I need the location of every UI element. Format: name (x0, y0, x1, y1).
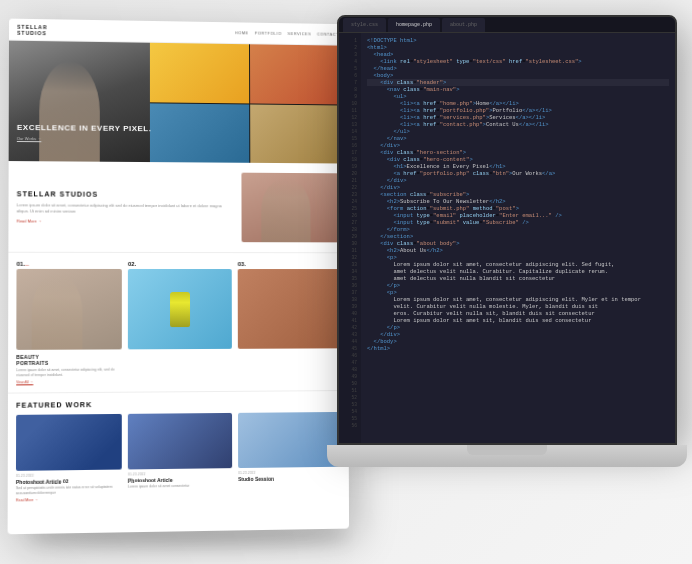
hero-heading: EXCELLENCE IN EVERY PIXEL. (17, 123, 152, 134)
nav-home: HOME (235, 30, 249, 35)
code-line-6: <body> (367, 72, 669, 79)
code-line-12: <li><a href="services.php">Services</a><… (367, 114, 669, 121)
code-line-33: Lorem ipsum dolor sit amet, consectetur … (367, 261, 669, 268)
stellar-title: STELLAR STUDIOS (17, 190, 234, 198)
code-line-1: <!DOCTYPE html> (367, 37, 669, 44)
featured-grid: 01.23.2022 Photoshoot Article 02 Sed ut … (16, 412, 341, 502)
code-line-45: </html> (367, 345, 669, 352)
code-line-7: <div class="header"> (367, 79, 669, 86)
code-line-38: Lorem ipsum dolor sit amet, consectetur … (367, 296, 669, 303)
editor-tabs: style.css homepage.php about.php (339, 17, 675, 33)
scene: STELLARSTUDIOS HOME PORTFOLIO SERVICES C… (0, 0, 692, 564)
featured-item-3: 01.23.2022 Studio Session (238, 412, 341, 499)
code-line-20: <a href="portfolio.php" class="btn">Our … (367, 170, 669, 177)
code-line-11: <li><a href="portfolio.php">Portfolio</a… (367, 107, 669, 114)
code-line-8: <nav class="main-nav"> (367, 86, 669, 93)
featured-image-1 (16, 414, 122, 471)
code-line-4: <link rel="stylesheet" type="text/css" h… (367, 58, 669, 65)
code-line-40: eros. Curabitur velit nulla sit, blandit… (367, 310, 669, 317)
code-line-25: <form action="submit.php" method="post"> (367, 205, 669, 212)
portfolio-num-03: 03. (238, 261, 340, 267)
code-line-18: <div class="hero-content"> (367, 156, 669, 163)
hero-section: EXCELLENCE IN EVERY PIXEL. Our Works → (9, 41, 348, 164)
code-line-24: <h2>Subscribe To Our Newsletter</h2> (367, 198, 669, 205)
code-line-14: </ul> (367, 128, 669, 135)
tab-homepage-php[interactable]: homepage.php (388, 18, 440, 32)
hero-grid-1 (150, 43, 249, 103)
portfolio-item-03: 03. (238, 261, 341, 383)
hero-portrait-image (9, 41, 150, 162)
code-line-37: <p> (367, 289, 669, 296)
nav-services: SERVICES (288, 31, 312, 36)
portfolio-01-desc: Lorem ipsum dolor sit amet, consectetur … (16, 368, 122, 379)
code-line-39: velit. Curabitur velit nulla molestie. M… (367, 303, 669, 310)
code-line-16: </div> (367, 142, 669, 149)
stellar-section: STELLAR STUDIOS Lorem ipsum dolor sit am… (8, 161, 347, 253)
code-line-5: </head> (367, 65, 669, 72)
code-editor: style.css homepage.php about.php 1234567… (339, 17, 675, 443)
portfolio-item-01: 01.— BEAUTYPORTRAITS Lorem ipsum dolor s… (16, 261, 122, 384)
code-line-41: Lorem ipsum dolor sit amet sit, blandit … (367, 317, 669, 324)
featured-item-2: 01.23.2022 Photoshoot Article Lorem ipsu… (128, 413, 232, 501)
stellar-portrait-image (241, 173, 340, 243)
code-line-27: <input type="submit" value="Subscribe" /… (367, 219, 669, 226)
code-line-3: <head> (367, 51, 669, 58)
code-line-43: </div> (367, 331, 669, 338)
code-line-36: </p> (367, 282, 669, 289)
featured-item-desc-2: Lorem ipsum dolor sit amet consectetur (128, 483, 232, 489)
beer-can-graphic (170, 291, 190, 326)
stellar-text-content: STELLAR STUDIOS Lorem ipsum dolor sit am… (17, 171, 234, 242)
tab-style-css[interactable]: style.css (343, 18, 386, 32)
code-line-32: <p> (367, 254, 669, 261)
line-numbers: 12345678910 11121314151617181920 2122232… (339, 33, 361, 443)
code-line-44: </body> (367, 338, 669, 345)
hero-text-overlay: EXCELLENCE IN EVERY PIXEL. Our Works → (17, 123, 152, 142)
portfolio-portrait-image (16, 269, 122, 350)
stellar-body-text: Lorem ipsum dolor sit amet, consectetur … (17, 202, 234, 215)
code-line-10: <li><a href="home.php">Home</a></li> (367, 100, 669, 107)
featured-read-more-1[interactable]: Read More → (16, 496, 122, 502)
site-nav: HOME PORTFOLIO SERVICES CONTACT (235, 30, 339, 37)
featured-image-3 (238, 412, 341, 468)
code-line-31: <h2>About Us</h2> (367, 247, 669, 254)
code-line-34: amet delectus velit nulla. Curabitur. Ca… (367, 268, 669, 275)
tab-about-php[interactable]: about.php (442, 18, 485, 32)
portfolio-num-01: 01.— (17, 261, 122, 267)
code-line-21: </div> (367, 177, 669, 184)
featured-item-1: 01.23.2022 Photoshoot Article 02 Sed ut … (16, 414, 122, 502)
laptop-screen: style.css homepage.php about.php 1234567… (337, 15, 677, 445)
portfolio-colorful-image (238, 269, 341, 349)
laptop-notch (467, 445, 547, 455)
code-line-30: <div class="about body"> (367, 240, 669, 247)
laptop-mockup: style.css homepage.php about.php 1234567… (327, 15, 687, 505)
code-content: <!DOCTYPE html> <html> <head> <link rel=… (361, 33, 675, 443)
portfolio-beverage-image (128, 269, 232, 349)
code-line-17: <div class="hero-section"> (367, 149, 669, 156)
code-line-35: amet delectus velit nulla blandit sit co… (367, 275, 669, 282)
featured-section: FEATURED WORK 01.23.2022 Photoshoot Arti… (8, 391, 349, 511)
editor-content: 12345678910 11121314151617181920 2122232… (339, 33, 675, 443)
code-line-23: <section class="subscribe"> (367, 191, 669, 198)
portfolio-view-all[interactable]: View All → (16, 379, 122, 384)
site-logo: STELLARSTUDIOS (17, 23, 47, 35)
featured-image-2 (128, 413, 232, 470)
code-line-9: <ul> (367, 93, 669, 100)
code-line-42: </p> (367, 324, 669, 331)
code-line-2: <html> (367, 44, 669, 51)
stellar-read-more[interactable]: Read More → (17, 218, 234, 224)
code-line-26: <input type="email" placeholder="Enter e… (367, 212, 669, 219)
code-line-29: </section> (367, 233, 669, 240)
portfolio-num-02: 02. (128, 261, 232, 267)
portfolio-01-title: BEAUTYPORTRAITS (16, 353, 122, 366)
code-line-28: </form> (367, 226, 669, 233)
hero-grid (150, 43, 347, 164)
nav-portfolio: PORTFOLIO (255, 31, 282, 36)
portfolio-grid: 01.— BEAUTYPORTRAITS Lorem ipsum dolor s… (16, 261, 340, 384)
laptop-base (327, 445, 687, 467)
portfolio-section: 01.— BEAUTYPORTRAITS Lorem ipsum dolor s… (8, 253, 348, 394)
featured-item-desc-1: Sed ut perspiciatis unde omnis iste natu… (16, 484, 122, 495)
code-line-15: </nav> (367, 135, 669, 142)
featured-item-title-3: Studio Session (238, 475, 341, 482)
featured-title: FEATURED WORK (16, 399, 341, 409)
website-mockup: STELLARSTUDIOS HOME PORTFOLIO SERVICES C… (8, 19, 349, 535)
